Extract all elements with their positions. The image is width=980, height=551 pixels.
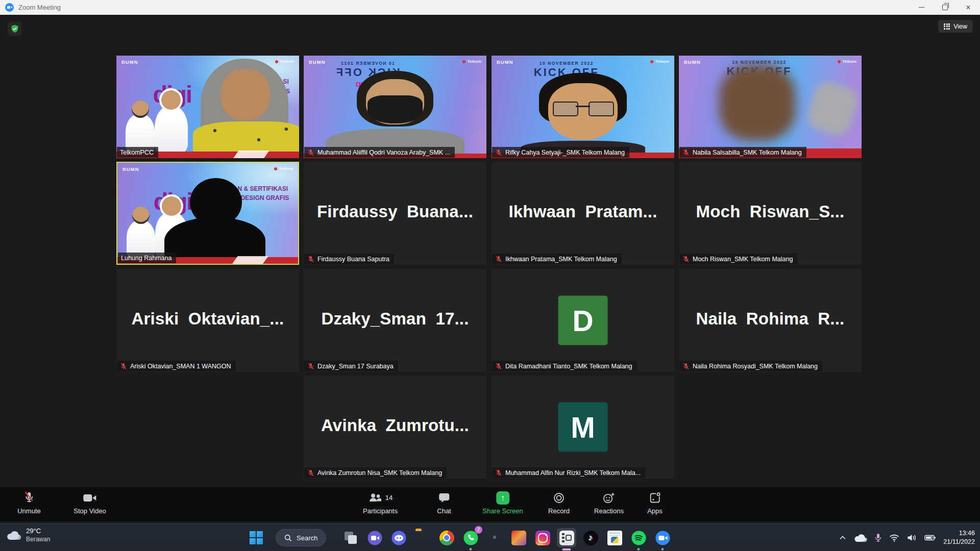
- taskbar-app-spotify[interactable]: [629, 528, 648, 547]
- participant-tile[interactable]: BUMNTelkom10 NOVEMBER 2022KICK OFFdigiup…: [304, 56, 486, 158]
- unmute-button[interactable]: Unmute: [17, 491, 41, 515]
- record-button[interactable]: Record: [548, 491, 570, 515]
- apps-icon: [649, 491, 661, 505]
- taskbar-app-task-view[interactable]: [341, 528, 360, 547]
- telkom-logo: Telkom: [462, 59, 481, 64]
- wifi-icon[interactable]: [889, 534, 899, 542]
- start-button[interactable]: [250, 531, 263, 544]
- participant-tile[interactable]: Avinka Zumrotu...Avinka Zumrotun Nisa_SM…: [304, 375, 486, 479]
- taskbar-app-roblox[interactable]: [485, 528, 504, 547]
- meeting-toolbar: Unmute Stop Video 14: [0, 487, 980, 521]
- search-label: Search: [297, 534, 317, 542]
- search-icon: [284, 534, 292, 542]
- bumn-logo: BUMN: [684, 59, 701, 65]
- chat-label: Chat: [437, 507, 451, 515]
- restore-button[interactable]: [933, 0, 957, 15]
- taskbar-apps: 7♪: [341, 528, 672, 547]
- game-icon: [511, 531, 526, 545]
- participant-display-name: Avinka Zumrotu...: [304, 375, 486, 479]
- clock[interactable]: 13:46 21/11/2022: [943, 529, 975, 546]
- weather-temp: 29°C: [26, 527, 50, 536]
- participant-display-name: Ikhwaan Pratam...: [492, 162, 674, 265]
- participant-tile[interactable]: Ariski Oktavian_...Ariski Oktavian_SMAN …: [116, 269, 299, 372]
- apps-button[interactable]: Apps: [647, 491, 663, 515]
- weather-widget[interactable]: 29°C Berawan: [6, 527, 50, 543]
- close-button[interactable]: ×: [957, 0, 980, 15]
- onedrive-icon[interactable]: [854, 534, 867, 542]
- participant-tile[interactable]: BUMNTelkomdigiATIHAN & SERTIFIKASIUNIOR …: [116, 56, 299, 158]
- participant-display-name: Moch Riswan_S...: [679, 162, 862, 265]
- instagram-icon: [535, 531, 550, 545]
- chat-bubble-icon: [438, 491, 450, 505]
- participant-tile[interactable]: Moch Riswan_S...Moch Riswan_SMK Telkom M…: [679, 162, 862, 265]
- participant-tile[interactable]: BUMNTelkom10 NOVEMBER 2022KICK OFFdigiup…: [679, 56, 862, 158]
- taskbar-app-game[interactable]: [509, 528, 528, 547]
- window-title: Zoom Meeting: [18, 4, 61, 11]
- taskbar-app-discord[interactable]: [389, 528, 408, 547]
- participant-tile[interactable]: Dzaky_Sman 17...Dzaky_Sman 17 Surabaya: [304, 269, 486, 372]
- muted-mic-icon: [495, 256, 502, 263]
- battery-icon[interactable]: [924, 535, 936, 541]
- view-button-label: View: [953, 23, 967, 30]
- taskbar-app-tiktok[interactable]: ♪: [581, 528, 600, 547]
- tray-chevron-icon[interactable]: [839, 535, 846, 540]
- taskbar-app-instagram[interactable]: [533, 528, 552, 547]
- security-shield-button[interactable]: [8, 22, 21, 36]
- taskbar-app-whatsapp[interactable]: 7: [461, 528, 480, 547]
- participant-name-label: Luhung Rahmana: [118, 253, 176, 263]
- taskbar-app-zoom[interactable]: [653, 528, 672, 547]
- taskbar-app-file-explorer[interactable]: [413, 528, 432, 547]
- stop-video-label: Stop Video: [74, 507, 106, 515]
- notification-badge: 7: [475, 526, 482, 534]
- participant-tile[interactable]: MMuhammad Alfin Nur Rizki_SMK Telkom Mal…: [492, 375, 674, 479]
- telkom-logo: Telkom: [650, 59, 669, 64]
- participant-tile[interactable]: Ikhwaan Pratam...Ikhwaan Pratama_SMK Tel…: [492, 162, 674, 265]
- participant-name-label: Nabila Salsabilla_SMK Telkom Malang: [679, 147, 806, 158]
- record-icon: [553, 491, 565, 505]
- taskbar-search[interactable]: Search: [276, 529, 326, 546]
- tray-date: 21/11/2022: [943, 538, 975, 546]
- record-label: Record: [548, 507, 570, 515]
- participant-tile[interactable]: Firdaussy Buana...Firdaussy Buana Saputr…: [304, 162, 486, 265]
- unmute-label: Unmute: [17, 507, 41, 515]
- taskbar-app-video-editor[interactable]: [557, 528, 576, 547]
- roblox-icon: [487, 531, 502, 545]
- video-camera-icon: [83, 491, 97, 505]
- taskbar-app-chrome[interactable]: [437, 528, 456, 547]
- reactions-button[interactable]: Reactions: [594, 491, 624, 515]
- participant-name-label: Firdaussy Buana Saputra: [304, 254, 394, 264]
- muted-mic-icon: [495, 149, 502, 156]
- participant-tile[interactable]: BUMNTelkomdigiATIHAN & SERTIFIKASIUNIOR …: [116, 162, 299, 265]
- video-editor-icon: [559, 531, 574, 545]
- muted-mic-icon: [495, 363, 502, 370]
- taskbar-app-video-call-app[interactable]: [365, 528, 384, 547]
- task-view-icon: [344, 531, 358, 545]
- discord-icon: [391, 531, 406, 545]
- zoom-taskbar-icon: [655, 531, 670, 545]
- participant-name-label: Naila Rohima Rosyadi_SMK Telkom Malang: [679, 361, 822, 371]
- participant-tile[interactable]: BUMNTelkom10 NOVEMBER 2022KICK OFFdigiup…: [492, 56, 674, 158]
- participant-tile[interactable]: Naila Rohima R...Naila Rohima Rosyadi_SM…: [679, 269, 862, 372]
- participants-button[interactable]: 14 Participants: [363, 491, 398, 515]
- minimize-button[interactable]: [910, 0, 933, 15]
- share-screen-button[interactable]: ↑ Share Screen: [482, 491, 523, 515]
- shield-check-icon: [11, 24, 19, 33]
- share-screen-icon: ↑: [496, 491, 509, 505]
- stop-video-button[interactable]: Stop Video: [74, 491, 106, 515]
- microphone-in-use-icon[interactable]: [875, 533, 881, 542]
- participant-avatar: D: [558, 296, 608, 345]
- muted-mic-icon: [682, 149, 690, 156]
- volume-icon[interactable]: [907, 534, 917, 542]
- tiktok-icon: ♪: [583, 531, 598, 545]
- file-explorer-icon: [415, 531, 430, 545]
- muted-microphone-icon: [23, 491, 35, 505]
- grid-view-icon: [944, 23, 950, 30]
- view-button[interactable]: View: [938, 20, 973, 33]
- taskbar-app-python-file[interactable]: [605, 528, 624, 547]
- chat-button[interactable]: Chat: [437, 491, 451, 515]
- participant-tile[interactable]: DDita Ramadhani Tianto_SMK Telkom Malang: [492, 269, 674, 372]
- windows-taskbar: 29°C Berawan Search 7♪: [0, 523, 980, 551]
- zoom-meeting-window: Zoom Meeting × View BUMNTelkomdigiATIHAN…: [0, 0, 980, 551]
- participant-name-label: Moch Riswan_SMK Telkom Malang: [679, 254, 797, 264]
- participants-icon: [368, 492, 382, 503]
